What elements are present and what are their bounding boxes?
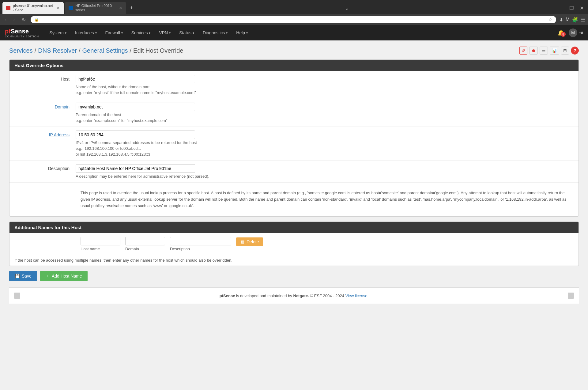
breadcrumb-sep-3: /: [130, 47, 132, 54]
close-window-button[interactable]: ✕: [578, 5, 586, 12]
ip-field-body: IPv4 or IPv6 comma-separated addresses t…: [76, 131, 574, 157]
additional-hint-text: If the host can be accessed using multip…: [9, 255, 579, 266]
nav-status[interactable]: Status ▾: [175, 25, 198, 40]
main-navbar: pfSense COMMUNITY EDITION System ▾ Inter…: [0, 25, 588, 40]
ip-label-link[interactable]: IP Address: [49, 132, 70, 137]
restore-button[interactable]: ❐: [567, 5, 575, 12]
footer-license-link[interactable]: View license.: [345, 293, 369, 298]
profile-icon[interactable]: M: [566, 17, 570, 22]
domain-hint-1: Parent domain of the host: [76, 112, 574, 117]
tab-hp[interactable]: HP OfficeJet Pro 9010 series ✕: [65, 2, 126, 14]
save-btn-label: Save: [22, 274, 32, 278]
address-bar[interactable]: 🔒 https://pfsense-01.myvmlab.net:8443/se…: [31, 16, 556, 23]
ip-hint-1: IPv4 or IPv6 comma-separated addresses t…: [76, 140, 574, 145]
host-label: Host: [14, 75, 76, 81]
host-field-body: Name of the host, without the domain par…: [76, 75, 574, 95]
settings-button[interactable]: ☰: [540, 47, 548, 55]
breadcrumb-bar: Services / DNS Resolver / General Settin…: [9, 47, 579, 55]
description-input[interactable]: [76, 164, 195, 173]
nav-interfaces[interactable]: Interfaces ▾: [71, 25, 101, 40]
info-text-row: This page is used to override the usual …: [9, 183, 579, 216]
save-icon: 💾: [15, 274, 20, 278]
host-input[interactable]: [76, 75, 195, 83]
host-hint-1: Name of the host, without the domain par…: [76, 85, 574, 89]
logout-button[interactable]: ⇥: [579, 29, 583, 36]
breadcrumb-sep-2: /: [79, 47, 81, 54]
description-field-row: Description A description may be entered…: [9, 161, 579, 183]
address-input[interactable]: https://pfsense-01.myvmlab.net:8443/serv…: [41, 17, 546, 22]
extensions-icon[interactable]: 🧩: [572, 17, 578, 23]
system-arrow: ▾: [65, 31, 66, 35]
nav-system[interactable]: System ▾: [45, 25, 71, 40]
footer-copyright: © ESF 2004 - 2024: [310, 293, 344, 298]
host-field-row: Host Name of the host, without the domai…: [9, 71, 579, 99]
nav-help[interactable]: Help ▾: [232, 25, 252, 40]
tab-close-hp[interactable]: ✕: [119, 6, 123, 10]
help-button[interactable]: ?: [571, 47, 579, 55]
minimize-button[interactable]: ─: [558, 5, 565, 12]
save-button[interactable]: 💾 Save: [9, 271, 37, 281]
browser-menu-button[interactable]: ☰: [581, 17, 585, 23]
plus-icon: ＋: [46, 273, 50, 279]
firewall-arrow: ▾: [121, 31, 123, 35]
bookmark-icon[interactable]: ☆: [548, 17, 552, 22]
trash-icon: 🗑: [240, 239, 245, 244]
domain-label-link[interactable]: Domain: [55, 104, 70, 109]
breadcrumb-services[interactable]: Services: [9, 47, 33, 54]
additional-desc-label: Description: [170, 247, 231, 251]
back-button[interactable]: ‹: [3, 16, 8, 23]
description-field-body: A description may be entered here for ad…: [76, 164, 574, 179]
additional-hostname-input[interactable]: [81, 237, 120, 245]
add-host-btn-label: Add Host Name: [52, 274, 82, 278]
page-toolbar: ↺ ⏺ ☰ 📊 ⊞ ?: [519, 47, 579, 55]
host-hint-2: e.g. enter "myhost" if the full domain n…: [76, 90, 574, 95]
tab-pfsense[interactable]: pfsense-01.myvmlab.net - Serv ✕: [2, 2, 64, 14]
additional-desc-input[interactable]: [170, 237, 231, 245]
tab-overflow-button[interactable]: ⌄: [345, 5, 349, 11]
nav-diagnostics[interactable]: Diagnostics ▾: [198, 25, 232, 40]
additional-names-section: Additional Names for this Host Host name…: [9, 222, 579, 266]
nav-firewall[interactable]: Firewall ▾: [101, 25, 127, 40]
record-button[interactable]: ⏺: [529, 47, 538, 55]
table-button[interactable]: ⊞: [561, 47, 569, 55]
pfsense-logo: pfSense COMMUNITY EDITION: [5, 28, 39, 38]
notification-badge: 8: [561, 32, 566, 37]
breadcrumb-dns-resolver[interactable]: DNS Resolver: [38, 47, 77, 54]
ip-hint-3: or list 192.168.1.3,192.168.4.5,fc00:123…: [76, 152, 574, 157]
notification-bell[interactable]: 🔔 8: [555, 29, 567, 36]
chart-button[interactable]: 📊: [550, 47, 559, 55]
new-tab-button[interactable]: +: [127, 5, 136, 11]
nav-vpn[interactable]: VPN ▾: [155, 25, 175, 40]
reload-button[interactable]: ↻: [20, 16, 28, 23]
domain-hint-2: e.g. enter "example.com" for "myhost.exa…: [76, 118, 574, 123]
footer-icon-left: [14, 293, 20, 299]
forward-button[interactable]: ›: [11, 16, 17, 23]
tab-close-pfsense[interactable]: ✕: [56, 6, 60, 10]
delete-btn-label: Delete: [247, 239, 259, 244]
breadcrumb-sep-1: /: [35, 47, 36, 54]
help-arrow: ▾: [246, 31, 248, 35]
additional-domain-input[interactable]: [125, 237, 165, 245]
domain-field-body: Parent domain of the host e.g. enter "ex…: [76, 103, 574, 123]
delete-additional-button[interactable]: 🗑 Delete: [236, 237, 263, 246]
pocket-icon[interactable]: ⬇: [559, 17, 563, 23]
breadcrumb-general-settings[interactable]: General Settings: [82, 47, 128, 54]
main-menu: System ▾ Interfaces ▾ Firewall ▾ Service…: [45, 25, 252, 40]
footer-netgate: Netgate.: [293, 293, 309, 298]
user-avatar: M: [569, 28, 577, 37]
tab-favicon-pfsense: [6, 6, 10, 10]
add-host-button[interactable]: ＋ Add Host Name: [40, 271, 88, 281]
domain-input[interactable]: [76, 103, 195, 111]
domain-field-row: Domain Parent domain of the host e.g. en…: [9, 99, 579, 127]
interfaces-arrow: ▾: [95, 31, 97, 35]
ip-input[interactable]: [76, 131, 195, 139]
action-buttons: 💾 Save ＋ Add Host Name: [9, 271, 579, 281]
additional-names-row: Host name Domain Description 🗑 Delete: [9, 233, 579, 255]
domain-label: Domain: [14, 103, 76, 109]
footer-icon-right: [568, 293, 574, 299]
additional-hostname-col: Host name: [81, 237, 120, 251]
diagnostics-arrow: ▾: [226, 31, 228, 35]
nav-services[interactable]: Services ▾: [127, 25, 155, 40]
reload-config-button[interactable]: ↺: [519, 47, 527, 55]
host-override-section: Host Override Options Host Name of the h…: [9, 59, 579, 217]
